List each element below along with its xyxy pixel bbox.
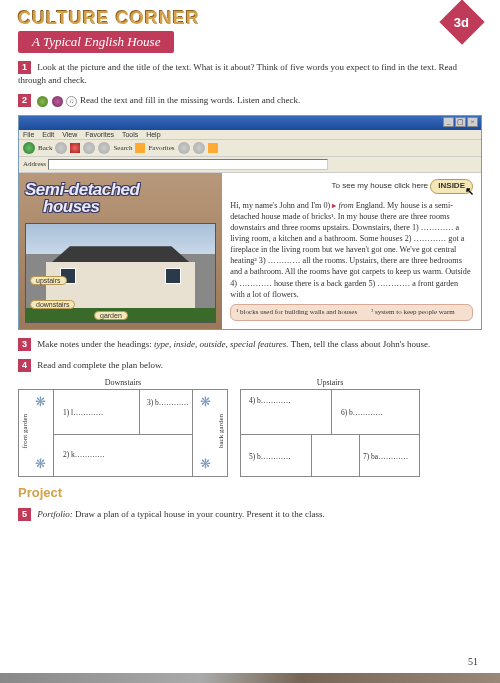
menu-tools[interactable]: Tools [122, 131, 138, 138]
browser-menubar: File Edit View Favorites Tools Help [19, 130, 481, 139]
task-number: 4 [18, 359, 31, 372]
article-body: Hi, my name's John and I'm 0) ▸ from Eng… [230, 200, 473, 300]
downstairs-plan: front garden back garden ❋ ❋ ❋ ❋ 1) l………… [18, 389, 228, 477]
downstairs-plan-wrapper: Downstairs front garden back garden ❋ ❋ … [18, 378, 228, 477]
menu-favorites[interactable]: Favorites [85, 131, 114, 138]
task-text: Look at the picture and the title of the… [18, 62, 457, 85]
menu-file[interactable]: File [23, 131, 34, 138]
media-icon[interactable] [178, 142, 190, 154]
floor-plans: Downstairs front garden back garden ❋ ❋ … [18, 378, 482, 477]
address-input[interactable] [48, 159, 328, 170]
home-icon[interactable] [98, 142, 110, 154]
downstairs-title: Downstairs [18, 378, 228, 387]
page-number: 51 [468, 656, 478, 667]
plan-label-4: 4) b………… [249, 396, 291, 405]
back-garden-label: back garden [217, 414, 225, 448]
house-image: upstairs downstairs garden [25, 223, 216, 323]
browser-window: _ ▢ × File Edit View Favorites Tools Hel… [18, 115, 482, 330]
back-icon[interactable] [23, 142, 35, 154]
menu-view[interactable]: View [62, 131, 77, 138]
article-right-panel: To see my house click here INSIDE ↖ Hi, … [222, 173, 481, 329]
search-label[interactable]: Search [113, 144, 132, 152]
footnote-2: ² system to keep people warm [371, 308, 455, 317]
headphones-icon: ♫ [66, 96, 77, 107]
close-button[interactable]: × [467, 117, 478, 127]
upstairs-plan-wrapper: Upstairs 4) b………… 6) b………… 5) b………… 7) b… [240, 378, 420, 477]
task-1: 1 Look at the picture and the title of t… [18, 61, 482, 86]
tree-icon: ❋ [200, 456, 211, 472]
inside-text: To see my house click here [332, 181, 429, 190]
task-2: 2 ♫ Read the text and fill in the missin… [18, 94, 482, 107]
task-4: 4 Read and complete the plan below. [18, 359, 482, 372]
unit-badge: 3d [439, 0, 484, 45]
bottom-strip [0, 673, 500, 683]
favorites-icon[interactable] [135, 143, 145, 153]
back-label: Back [38, 144, 52, 152]
browser-address-bar: Address [19, 157, 481, 173]
history-icon[interactable] [193, 142, 205, 154]
task-number: 3 [18, 338, 31, 351]
task-text: Read the text and fill in the missing wo… [80, 95, 300, 105]
plan-label-2: 2) k………… [63, 450, 105, 459]
footnotes: ¹ blocks used for building walls and hou… [230, 304, 473, 321]
plan-label-3: 3) b………… [147, 398, 189, 407]
audio-icon [37, 96, 48, 107]
stop-icon[interactable] [70, 143, 80, 153]
inside-button[interactable]: INSIDE ↖ [430, 179, 473, 194]
upstairs-title: Upstairs [240, 378, 420, 387]
task-3: 3 Make notes under the headings: type, i… [18, 338, 482, 351]
article-title-line1: Semi-detached [25, 181, 216, 198]
minimize-button[interactable]: _ [443, 117, 454, 127]
mail-icon[interactable] [208, 143, 218, 153]
cd-icon [52, 96, 63, 107]
upstairs-plan: 4) b………… 6) b………… 5) b………… 7) ba………… [240, 389, 420, 477]
article-left-panel: Semi-detached houses upstairs downstairs… [19, 173, 222, 329]
menu-edit[interactable]: Edit [42, 131, 54, 138]
task-number: 2 [18, 94, 31, 107]
address-label: Address [23, 160, 46, 168]
label-downstairs: downstairs [30, 300, 75, 309]
maximize-button[interactable]: ▢ [455, 117, 466, 127]
page-header: 3d CULTURE CORNER A Typical English Hous… [18, 8, 482, 53]
lesson-subtitle: A Typical English House [18, 31, 174, 53]
tree-icon: ❋ [200, 394, 211, 410]
tree-icon: ❋ [35, 456, 46, 472]
browser-titlebar: _ ▢ × [19, 116, 481, 130]
article-title-line2: houses [43, 198, 216, 215]
front-garden-label: front garden [21, 414, 29, 448]
favorites-label[interactable]: Favorites [148, 144, 174, 152]
footnote-1: ¹ blocks used for building walls and hou… [236, 308, 357, 317]
inside-row: To see my house click here INSIDE ↖ [230, 179, 473, 194]
menu-help[interactable]: Help [146, 131, 160, 138]
plan-label-7: 7) ba………… [363, 452, 408, 461]
task-number: 1 [18, 61, 31, 74]
label-garden: garden [94, 311, 128, 320]
plan-label-5: 5) b………… [249, 452, 291, 461]
task-5: 5 Portfolio: Draw a plan of a typical ho… [18, 508, 482, 521]
label-upstairs: upstairs [30, 276, 67, 285]
task-number: 5 [18, 508, 31, 521]
cursor-icon: ↖ [465, 184, 474, 199]
task-icons: ♫ [37, 95, 78, 107]
forward-icon[interactable] [55, 142, 67, 154]
browser-toolbar: Back Search Favorites [19, 139, 481, 157]
tree-icon: ❋ [35, 394, 46, 410]
project-heading: Project [18, 485, 482, 500]
refresh-icon[interactable] [83, 142, 95, 154]
culture-corner-title: CULTURE CORNER [18, 8, 482, 29]
plan-label-1: 1) l………… [63, 408, 103, 417]
plan-label-6: 6) b………… [341, 408, 383, 417]
browser-content: Semi-detached houses upstairs downstairs… [19, 173, 481, 329]
